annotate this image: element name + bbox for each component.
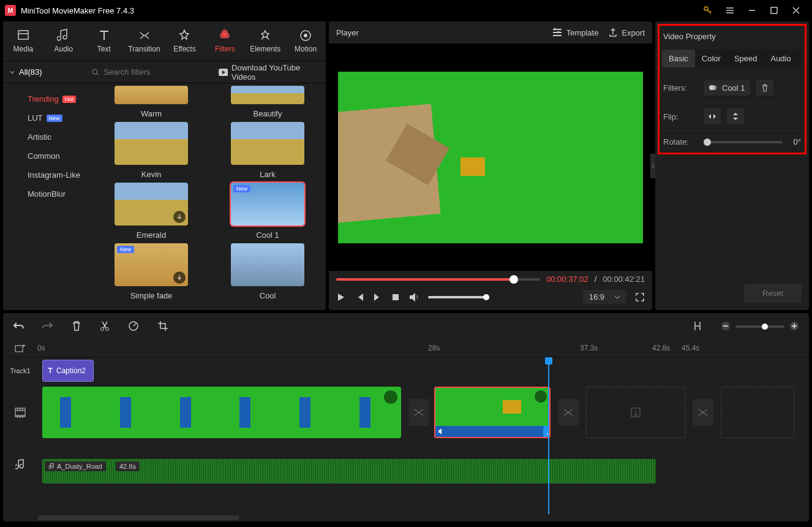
- svg-rect-17: [15, 346, 23, 352]
- split-handle[interactable]: [543, 426, 551, 438]
- svg-point-11: [712, 85, 716, 90]
- speed-button[interactable]: [128, 320, 139, 333]
- flip-vertical-button[interactable]: [727, 108, 744, 124]
- tool-elements[interactable]: Elements: [245, 21, 285, 61]
- menu-icon[interactable]: [719, 0, 741, 21]
- redo-button[interactable]: [42, 321, 53, 333]
- filter-thumb-cool[interactable]: [231, 243, 304, 286]
- rotate-slider[interactable]: [704, 141, 783, 143]
- delete-filter-button[interactable]: [756, 80, 773, 96]
- prev-frame-button[interactable]: [355, 292, 364, 302]
- category-motionblur[interactable]: MotionBlur: [3, 184, 93, 203]
- svg-point-12: [101, 327, 104, 330]
- app-title: MiniTool MovieMaker Free 7.4.3: [21, 6, 134, 15]
- category-common[interactable]: Common: [3, 146, 93, 165]
- delete-button[interactable]: [72, 320, 81, 333]
- transition-slot-2[interactable]: [558, 399, 579, 426]
- playhead[interactable]: [548, 357, 549, 514]
- filter-thumb-cool-1[interactable]: New: [231, 183, 304, 226]
- audio-clip[interactable]: A_Dusty_Road 42.8s: [42, 459, 656, 483]
- clip-filter-icon: [384, 390, 397, 404]
- tool-media[interactable]: Media: [3, 21, 43, 61]
- aspect-ratio-dropdown[interactable]: 16:9: [583, 290, 626, 304]
- video-clip-2[interactable]: [434, 387, 551, 438]
- filter-thumb-beautify[interactable]: [231, 86, 304, 104]
- filters-label: Filters:: [663, 83, 697, 93]
- tool-text[interactable]: Text: [84, 21, 124, 61]
- zoom-slider[interactable]: [735, 325, 784, 328]
- transition-slot-3[interactable]: [693, 399, 713, 426]
- svg-point-20: [550, 433, 551, 435]
- tool-transition[interactable]: Transition: [124, 21, 165, 61]
- empty-slot-2[interactable]: [721, 387, 794, 438]
- zoom-in-button[interactable]: [789, 321, 799, 333]
- player-label: Player: [336, 28, 542, 37]
- search-input[interactable]: [103, 67, 206, 77]
- category-instagram-like[interactable]: Instagram-Like: [3, 165, 93, 184]
- total-time: 00:00:42:21: [603, 275, 645, 284]
- tab-color[interactable]: Color: [695, 50, 727, 67]
- close-button[interactable]: [785, 0, 807, 21]
- video-track-icon: [3, 384, 37, 441]
- tool-motion[interactable]: Motion: [285, 21, 326, 61]
- ruler-mark: 42.8s: [652, 344, 670, 352]
- volume-button[interactable]: [408, 292, 419, 302]
- split-button[interactable]: [100, 320, 110, 333]
- ruler-mark: 28s: [428, 344, 440, 352]
- timeline-scrollbar[interactable]: [37, 515, 239, 520]
- all-filters-dropdown[interactable]: All(83): [3, 67, 86, 77]
- category-artistic[interactable]: Artistic: [3, 127, 93, 146]
- category-trending[interactable]: TrendingHot: [3, 89, 93, 108]
- search-icon: [91, 68, 100, 77]
- svg-point-13: [106, 327, 109, 330]
- next-frame-button[interactable]: [373, 292, 383, 302]
- download-youtube[interactable]: Download YouTube Videos: [211, 63, 326, 82]
- seek-bar[interactable]: [336, 278, 540, 281]
- current-time: 00:00:37:02: [546, 275, 588, 284]
- collapse-panel-button[interactable]: [650, 154, 655, 178]
- ruler-mark: 0s: [37, 344, 45, 352]
- add-track-button[interactable]: [3, 340, 37, 357]
- volume-slider[interactable]: [428, 296, 489, 298]
- filter-thumb-warm[interactable]: [115, 86, 188, 104]
- audio-icon: [437, 428, 445, 435]
- filter-thumb-simple-fade[interactable]: New: [115, 243, 188, 286]
- fullscreen-button[interactable]: [635, 292, 645, 302]
- rotate-label: Rotate:: [663, 137, 697, 146]
- play-button[interactable]: [336, 292, 346, 302]
- minimize-button[interactable]: [741, 0, 763, 21]
- tool-audio[interactable]: Audio: [43, 21, 84, 61]
- stop-button[interactable]: [391, 293, 400, 301]
- flip-horizontal-button[interactable]: [704, 108, 721, 124]
- tool-filters[interactable]: Filters: [205, 21, 245, 61]
- category-lut[interactable]: LUTNew: [3, 108, 93, 127]
- template-button[interactable]: Template: [552, 27, 599, 38]
- ruler-mark: 37.3s: [580, 344, 598, 352]
- tab-basic[interactable]: Basic: [662, 50, 695, 67]
- fit-button[interactable]: [693, 320, 702, 333]
- undo-button[interactable]: [13, 321, 24, 333]
- key-icon[interactable]: [697, 0, 719, 21]
- maximize-button[interactable]: [763, 0, 785, 21]
- music-icon: [48, 463, 55, 469]
- tab-speed[interactable]: Speed: [727, 50, 764, 67]
- filter-thumb-lark[interactable]: [231, 122, 304, 165]
- tab-audio[interactable]: Audio: [764, 50, 797, 67]
- filter-thumb-kevin[interactable]: [115, 122, 188, 165]
- filter-thumb-emerald[interactable]: [115, 183, 188, 226]
- svg-rect-9: [393, 294, 399, 300]
- chevron-down-icon: [614, 295, 620, 299]
- reset-button[interactable]: Reset: [744, 284, 802, 303]
- crop-button[interactable]: [157, 320, 168, 333]
- export-button[interactable]: Export: [608, 28, 645, 37]
- empty-slot-1[interactable]: [586, 387, 685, 438]
- rotate-value: 0°: [794, 137, 801, 146]
- tool-effects[interactable]: Effects: [165, 21, 205, 61]
- video-clip-1[interactable]: [42, 387, 401, 438]
- zoom-out-button[interactable]: [721, 321, 731, 333]
- ruler-mark: 45.4s: [682, 344, 699, 352]
- template-icon: [552, 27, 563, 38]
- caption-clip[interactable]: Caption2: [42, 360, 94, 382]
- property-title: Video Property: [660, 26, 805, 47]
- transition-slot-1[interactable]: [408, 399, 429, 426]
